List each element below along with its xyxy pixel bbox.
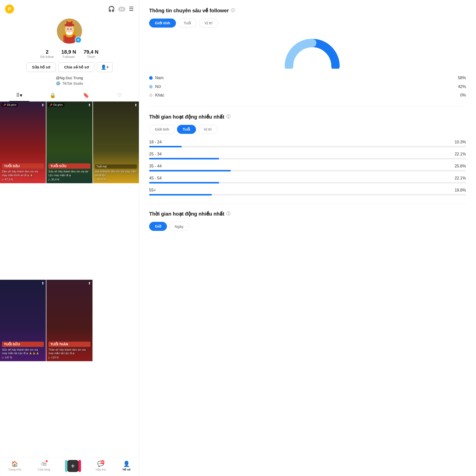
nav-shop[interactable]: 🛍 Cửa hàng [38,461,50,471]
tab-liked[interactable]: ♡ [103,89,137,101]
studio-label: TikTok Studio [62,81,83,85]
nav-plus[interactable]: + [67,460,79,472]
divider-1 [149,107,466,107]
donut-chart [149,34,466,69]
followers-label: Follower [63,55,75,59]
edit-profile-button[interactable]: Sửa hồ sơ [26,62,56,72]
filter-location[interactable]: Vị trí [199,19,218,28]
bar-track-55plus [149,194,466,196]
tab-private[interactable]: 🔒 [36,89,70,101]
age-label-55plus: 55+ [149,188,156,193]
activity-filter-location[interactable]: Vị trí [198,125,218,134]
bar-fill-55plus [149,194,212,196]
pinned-label-2: Đã ghim [53,104,63,106]
filter-age[interactable]: Tuổi [178,19,197,28]
create-button[interactable]: + [67,460,79,472]
donut-svg [275,34,340,69]
age-label-35-44: 35 - 44 [149,164,162,168]
age-pct-25-34: 22.1% [455,152,466,156]
thumb-content-4: TUỔI SỬU Sửu ơi! hãy thành tâm xin vía m… [0,280,46,361]
nav-profile[interactable]: 👤 Hồ sơ [123,461,130,471]
add-friend-button[interactable]: 👤+ [97,62,113,72]
video-thumb-4[interactable]: ⬆ TUỔI SỬU Sửu ơi! hãy thành tâm xin vía… [0,280,46,361]
age-row-55plus: 55+ 19.8% [149,188,466,196]
caption-1: Dậu ơi! hãy thành tâm xin vía may mắn bì… [2,170,44,177]
activity2-info-icon: ⓘ [226,211,230,217]
pin-icon-2: 📌 [49,104,52,106]
save-icon-6: ⬆ [134,103,137,107]
age-pct-55plus: 19.8% [455,188,466,193]
bottom-nav: 🏠 Trang chủ 🛍 Cửa hàng + 💬 99+ Hộp thư 👤… [0,457,139,476]
save-icon-4: ⬆ [41,281,44,285]
stats-row: 2 Đã follow 18,9 N Follower 79,4 N Thích [40,49,98,59]
time-filter-hour[interactable]: Giờ [149,222,167,231]
nav-inbox[interactable]: 💬 99+ Hộp thư [96,461,106,471]
activity-filter-gender[interactable]: Giới tính [149,125,175,134]
views-6: ▷ 56,6 N [95,178,137,181]
svg-rect-11 [68,21,71,22]
bar-track-45-54 [149,182,466,183]
video-thumb-6[interactable]: ⬆ Tuổi hợi Hơi ơi!thành tâm xin vía may … [93,102,139,183]
tiktok-studio-row[interactable]: ⚙️ TikTok Studio [56,81,83,86]
age-pct-45-54: 22.1% [455,176,466,180]
nav-home[interactable]: 🏠 Trang chủ [9,461,21,471]
gender-row-male: Nam 58% [149,76,466,80]
age-row-18-24: 18 - 24 10.3% [149,140,466,147]
heart-icon: ♡ [117,92,122,98]
filter-gender[interactable]: Giới tính [149,19,176,28]
video-thumb-2[interactable]: 📌 Đã ghim ⬆ TUỔI SỬU Sửu ơi! hãy thành t… [46,102,92,183]
views-4: ▷ 147 N [2,356,44,359]
gender-label-female: Nữ [149,84,161,89]
gender-label-male: Nam [149,76,164,80]
top-bar-left: P [5,5,14,14]
gender-stats: Nam 58% Nữ 42% Khác 0% [149,76,466,98]
bar-fill-45-54 [149,182,219,183]
activity-section-2: Thời gian hoạt động nhiều nhất ⓘ Giờ Ngà… [149,211,466,231]
pinned-badge-1: 📌 Đã ghim [2,103,18,107]
gender-label-other: Khác [149,93,164,98]
video-thumb-5[interactable]: ⬆ TUỔI THÂN Thân ơi! hãy thành tâm xin v… [46,280,92,361]
headphone-icon: 🎧 [108,6,115,12]
bookmark-icon: 🔖 [83,92,89,98]
age-row-45-54: 45 - 54 22.1% [149,176,466,183]
age-label-45-54: 45 - 54 [149,176,162,180]
age-pct-18-24: 10.3% [455,140,466,144]
svg-point-6 [66,31,73,35]
views-1: ▷ 47,3 N [2,178,44,181]
followers-count: 18,9 N [61,49,76,55]
add-avatar-button[interactable]: + [75,37,81,43]
male-pct: 58% [458,76,466,80]
bar-track-18-24 [149,146,466,147]
profile-icon: 👤 [123,461,130,467]
profile-section: + 2 Đã follow 18,9 N Follower 79,4 N Thí… [0,16,139,89]
activity-filter-age[interactable]: Tuổi [177,125,196,134]
plus-icon: + [71,462,75,470]
share-profile-button[interactable]: Chia sẻ hồ sơ [58,62,94,72]
studio-icon: ⚙️ [56,81,61,86]
nav-shop-label: Cửa hàng [38,468,50,471]
other-pct: 0% [460,93,466,98]
likes-label: Thích [87,55,95,59]
nav-profile-label: Hồ sơ [123,468,130,471]
follower-section-title: Thông tin chuyên sâu về follower ⓘ [149,8,466,14]
nav-inbox-label: Hộp thư [96,468,106,471]
thumb-content-2: TUỔI SỬU Sửu ơi! hãy thành tâm xin vía t… [46,102,92,183]
age-row-35-44: 35 - 44 25.8% [149,164,466,171]
thumb-content-5: TUỔI THÂN Thân ơi! hãy thành tâm xin vía… [46,280,92,361]
menu-icon[interactable]: ☰ [129,6,134,12]
tab-bar: ⠿▾ 🔒 🔖 ♡ [0,89,139,102]
bar-track-35-44 [149,170,466,171]
caption-4: Sửu ơi! hãy thành tâm xin vía may mắn tà… [2,348,44,355]
caption-2: Sửu ơi! hãy thành tâm xin vía tài Lộc ma… [48,170,90,177]
pinned-label-1: Đã ghim [7,104,16,106]
age-pct-35-44: 25.8% [455,164,466,168]
tab-videos[interactable]: ⠿▾ [3,89,36,101]
time-filter-day[interactable]: Ngày [169,222,189,231]
tab-saved[interactable]: 🔖 [69,89,103,101]
video-thumb-1[interactable]: 📌 Đã ghim ⬆ TUỔI DẬU Dậu ơi! hãy thành t… [0,102,46,183]
dot-female [149,85,153,88]
p-badge: P [5,5,14,14]
female-pct: 42% [458,84,466,89]
sub-badge-6: Tuổi hợi [95,164,137,169]
caption-6: Hơi ơi!thành tâm xin vía may mắn và tài … [95,170,137,177]
